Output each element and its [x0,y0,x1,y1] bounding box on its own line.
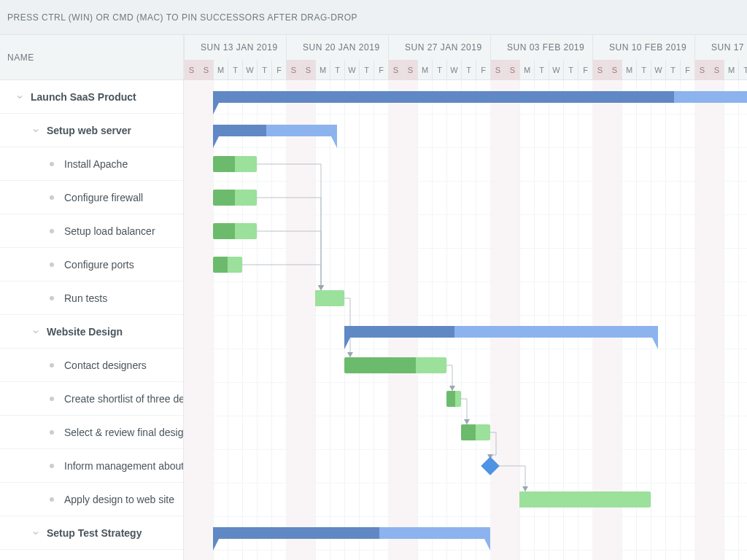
tree-row-task[interactable]: Setup load balancer [0,214,183,248]
task-label: Contact designers [64,359,147,371]
day-header: F [680,60,694,80]
day-header: S [607,60,622,80]
week-header: SUN 10 FEB 2019 [592,35,694,60]
bullet-icon [50,162,54,166]
day-header: T [563,60,578,80]
task-label: Setup Test Strategy [47,527,142,539]
day-header: W [242,60,257,80]
bullet-icon [50,363,54,368]
bullet-icon [50,464,54,468]
week-header: SUN 20 JAN 2019 [286,35,388,60]
timeline-header: SUN 13 JAN 2019SUN 20 JAN 2019SUN 27 JAN… [184,35,747,80]
task-label: Inform management about decision [64,460,183,472]
task-label: Website Design [47,326,123,338]
task-label: Configure ports [64,259,134,271]
task-label: Setup web server [47,125,131,136]
tree-row-summary[interactable]: Setup Test Strategy [0,516,183,550]
week-header: SUN 17 [694,35,747,60]
timeline-panel[interactable]: SUN 13 JAN 2019SUN 20 JAN 2019SUN 27 JAN… [184,35,747,560]
task-label: Install Apache [64,158,128,170]
task-bar[interactable] [315,290,344,306]
bullet-icon [50,262,54,267]
task-bar[interactable] [213,223,257,239]
day-header: W [446,60,461,80]
summary-bar[interactable] [213,527,490,539]
day-header: S [592,60,607,80]
tree-row-task[interactable]: Configure ports [0,248,183,281]
day-header: M [622,60,636,80]
task-bar[interactable] [344,357,446,373]
day-header: S [388,60,403,80]
day-header: F [578,60,592,80]
summary-bar[interactable] [213,91,747,103]
tree-row-summary[interactable]: Website Design [0,315,183,349]
tree-row-task[interactable]: Apply design to web site [0,483,183,516]
task-rows: Launch SaaS ProductSetup web serverInsta… [0,80,183,560]
day-header: M [315,60,330,80]
week-header: SUN 27 JAN 2019 [388,35,490,60]
day-header: T [636,60,651,80]
chevron-down-icon[interactable] [31,327,41,337]
gantt-bars [184,80,747,560]
day-header: F [476,60,490,80]
day-header: W [344,60,359,80]
task-bar[interactable] [213,190,257,206]
day-header: S [198,60,213,80]
day-header: W [651,60,665,80]
day-header: S [184,60,198,80]
bullet-icon [50,296,54,300]
chevron-down-icon[interactable] [31,125,41,136]
week-header: SUN 13 JAN 2019 [184,35,286,60]
task-label: Run tests [64,292,107,304]
tree-row-task[interactable]: Select & review final design [0,416,183,449]
gantt-container: NAME Launch SaaS ProductSetup web server… [0,35,747,560]
day-header: S [694,60,709,80]
week-header: SUN 03 FEB 2019 [490,35,592,60]
task-label: Setup load balancer [64,225,155,237]
tree-row-task[interactable]: Install Apache [0,147,183,181]
column-header-name[interactable]: NAME [0,35,183,80]
day-header: T [665,60,680,80]
day-header: S [286,60,301,80]
bullet-icon [50,229,54,233]
day-header: T [738,60,747,80]
task-bar[interactable] [519,491,651,508]
day-header: M [724,60,738,80]
day-header: T [432,60,446,80]
day-header: S [490,60,505,80]
day-header: F [271,60,286,80]
day-header: T [228,60,242,80]
bullet-icon [50,497,54,502]
summary-bar[interactable] [213,125,337,136]
chevron-down-icon[interactable] [15,92,25,102]
task-label: Select & review final design [64,427,183,438]
tree-row-summary[interactable]: Launch SaaS Product [0,80,183,114]
task-label: Apply design to web site [64,494,174,505]
day-header: M [213,60,228,80]
summary-bar[interactable] [344,326,658,338]
day-header: S [301,60,315,80]
task-bar[interactable] [461,424,490,440]
day-header: S [709,60,724,80]
task-bar[interactable] [213,257,242,273]
day-header: F [374,60,388,80]
bullet-icon [50,430,54,435]
chevron-down-icon[interactable] [31,528,41,538]
task-label: Configure firewall [64,192,143,203]
task-bar[interactable] [446,391,461,407]
day-header: W [549,60,563,80]
tree-row-task[interactable]: Create shortlist of three designers [0,382,183,416]
day-header: T [534,60,549,80]
milestone-diamond[interactable] [481,456,499,475]
tree-row-task[interactable]: Contact designers [0,349,183,382]
day-header: T [257,60,271,80]
tree-row-task[interactable]: Inform management about decision [0,449,183,483]
task-label: Create shortlist of three designers [64,393,183,405]
day-header: T [461,60,476,80]
day-header: T [330,60,344,80]
task-bar[interactable] [213,156,257,172]
tree-row-summary[interactable]: Setup web server [0,114,183,147]
tree-row-task[interactable]: Run tests [0,281,183,315]
tree-row-task[interactable]: Configure firewall [0,181,183,214]
day-header: T [359,60,374,80]
